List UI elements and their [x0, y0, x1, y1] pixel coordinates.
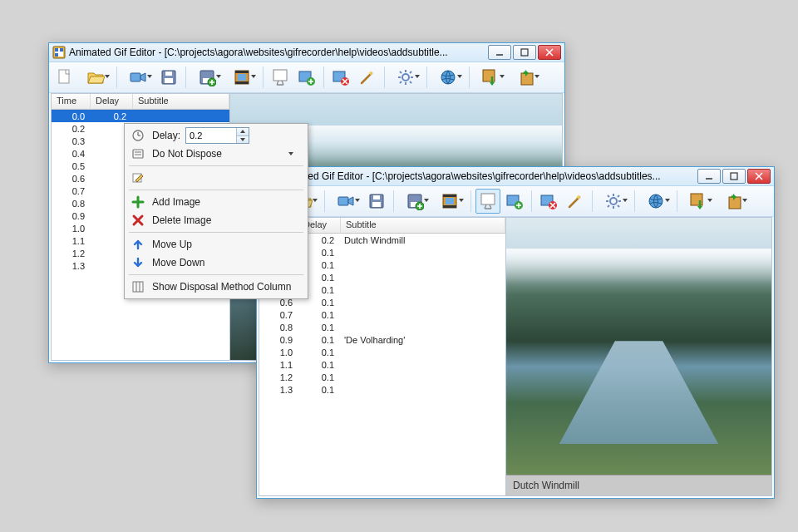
toolbar-settings-button[interactable] [389, 65, 422, 90]
delay-input[interactable] [186, 128, 236, 143]
frame-context-menu[interactable]: Delay: Do Not Dispose Add Image Delete I… [124, 123, 308, 299]
spin-down[interactable] [237, 136, 249, 144]
toolbar-frames-button[interactable] [433, 189, 466, 214]
toolbar-record-button[interactable] [329, 189, 362, 214]
toolbar-export-button[interactable] [717, 189, 750, 214]
menu-dispose[interactable]: Do Not Dispose [127, 145, 305, 163]
toolbar-record-button[interactable] [121, 65, 155, 90]
titlebar[interactable]: Animated Gif Editor - [C:\projects\agora… [257, 167, 774, 186]
svg-rect-83 [133, 282, 143, 292]
chevron-down-icon [534, 75, 539, 78]
toolbar-web-button[interactable] [431, 65, 465, 90]
toolbar-wand-button[interactable] [355, 65, 380, 90]
cell-delay: 0.1 [298, 385, 339, 395]
spin-up[interactable] [237, 128, 249, 136]
minimize-button[interactable] [488, 45, 511, 60]
svg-line-70 [618, 205, 619, 207]
toolbar [257, 186, 774, 217]
toolbar-open-button[interactable] [79, 65, 112, 90]
toolbar-overlay-add-button[interactable] [502, 189, 527, 214]
toolbar-save-button[interactable] [364, 189, 389, 214]
table-row[interactable]: 1.20.1 [259, 371, 505, 383]
menu-edit-stub[interactable] [127, 169, 305, 187]
table-row[interactable]: 1.30.1 [259, 383, 505, 396]
toolbar-separator [634, 190, 635, 212]
table-row[interactable]: 0.70.1 [259, 308, 505, 321]
toolbar-frames-button[interactable] [225, 65, 259, 90]
toolbar-overlay-del-button[interactable] [328, 65, 353, 90]
subtitle-display: Dutch Windmill [506, 475, 771, 495]
toolbar-new-button[interactable] [52, 65, 77, 90]
cell-time: 1.1 [52, 236, 90, 246]
table-row[interactable]: 0.90.1'De Volharding' [259, 333, 505, 346]
toolbar-screen-button[interactable] [475, 189, 500, 214]
chevron-down-icon [147, 75, 152, 78]
menu-separator [129, 165, 303, 166]
svg-rect-10 [131, 73, 140, 81]
svg-rect-79 [133, 150, 143, 158]
svg-rect-2 [55, 48, 58, 52]
toolbar-screen-button[interactable] [268, 65, 293, 90]
cell-time: 0.7 [259, 310, 298, 320]
toolbar-web-button[interactable] [639, 189, 672, 214]
maximize-button[interactable] [513, 45, 536, 60]
cell-time: 1.3 [259, 385, 298, 395]
table-row[interactable]: 1.10.1 [259, 358, 505, 371]
svg-rect-4 [60, 48, 63, 52]
menu-add-image[interactable]: Add Image [127, 193, 305, 211]
cell-time: 1.2 [52, 249, 90, 259]
col-subtitle[interactable]: Subtitle [133, 94, 229, 109]
menu-move-down[interactable]: Move Down [127, 254, 305, 272]
toolbar-wand-button[interactable] [563, 189, 588, 214]
toolbar-import-button[interactable] [474, 65, 507, 90]
cell-time: 0.0 [52, 111, 90, 121]
toolbar-overlay-add-button[interactable] [294, 65, 319, 90]
minimize-button[interactable] [697, 169, 721, 184]
cell-time: 0.8 [259, 323, 298, 332]
menu-separator [129, 190, 303, 190]
svg-rect-59 [481, 194, 495, 204]
toolbar-import-button[interactable] [682, 189, 715, 214]
col-time[interactable]: Time [52, 94, 91, 109]
toolbar-save-button[interactable] [156, 65, 181, 90]
table-row[interactable]: 0.80.1 [259, 321, 505, 333]
edit-icon [131, 170, 145, 185]
close-button[interactable] [538, 45, 561, 60]
toolbar-separator [531, 190, 532, 212]
cell-time: 1.1 [259, 360, 298, 370]
svg-rect-13 [165, 71, 172, 76]
chevron-down-icon [742, 199, 747, 202]
menu-separator [129, 232, 303, 233]
menu-delay-row[interactable]: Delay: [127, 126, 305, 145]
table-row[interactable]: 0.00.2 [52, 110, 229, 122]
menu-label: Delete Image [152, 214, 211, 226]
cell-time: 0.2 [52, 124, 90, 134]
col-delay[interactable]: Delay [91, 94, 133, 109]
svg-rect-75 [729, 197, 741, 209]
svg-rect-44 [731, 173, 737, 180]
close-button[interactable] [747, 169, 771, 184]
toolbar-saveas-button[interactable] [398, 189, 431, 214]
chevron-down-icon [216, 75, 221, 78]
titlebar[interactable]: Animated Gif Editor - [C:\projects\agora… [49, 43, 564, 62]
maximize-button[interactable] [722, 169, 746, 184]
toolbar-separator [116, 66, 117, 88]
clock-icon [131, 128, 145, 143]
col-subtitle[interactable]: Subtitle [341, 218, 505, 233]
toolbar-overlay-del-button[interactable] [536, 189, 561, 214]
chevron-down-icon [424, 199, 429, 202]
menu-show-disposal[interactable]: Show Disposal Method Column [127, 278, 305, 296]
cell-time: 0.5 [52, 161, 90, 171]
svg-rect-6 [521, 49, 528, 56]
menu-move-up[interactable]: Move Up [127, 235, 305, 254]
table-row[interactable]: 1.00.1 [259, 346, 505, 358]
toolbar-saveas-button[interactable] [190, 65, 224, 90]
menu-delete-image[interactable]: Delete Image [127, 211, 305, 229]
toolbar-export-button[interactable] [509, 65, 542, 90]
cell-time: 0.4 [52, 149, 90, 159]
arrow-up-icon [131, 237, 145, 252]
preview-pane: Dutch Windmill [506, 217, 772, 496]
delay-spinner[interactable] [185, 127, 249, 144]
toolbar-settings-button[interactable] [597, 189, 630, 214]
chevron-down-icon [251, 75, 256, 78]
